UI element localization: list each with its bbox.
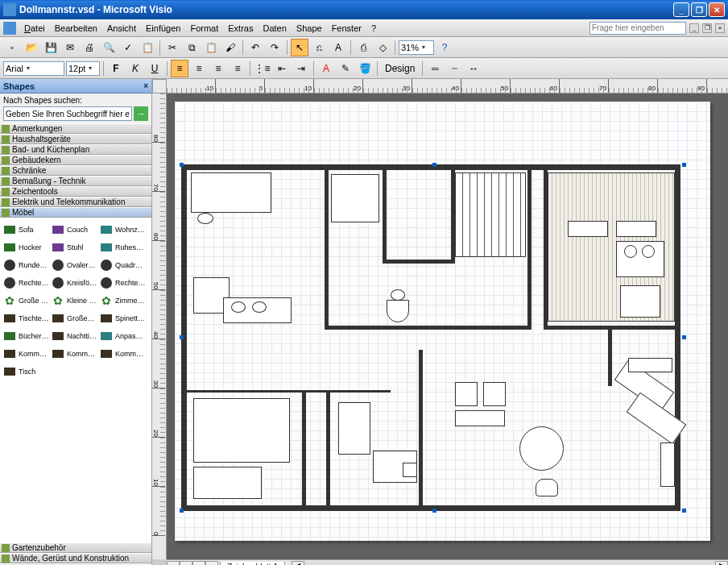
selection-handle[interactable] (682, 163, 686, 167)
shape-item[interactable]: Wohnzim... (98, 221, 147, 239)
shape-item[interactable]: Großes Klavier (50, 310, 98, 327)
monitor[interactable] (403, 463, 417, 477)
wall[interactable] (325, 326, 469, 330)
dresser[interactable] (193, 467, 262, 499)
open-button[interactable]: 📂 (23, 39, 40, 56)
indent-inc-button[interactable]: ⇥ (292, 60, 310, 77)
stencil-bar[interactable]: Haushaltsgeräte (0, 134, 151, 144)
basin[interactable] (252, 301, 267, 313)
wall[interactable] (326, 390, 330, 507)
menu-datei[interactable]: Datei (19, 22, 50, 35)
shape-item[interactable]: Tisch (2, 363, 50, 380)
shape-item[interactable]: Rechteck. Esstisch (2, 274, 50, 292)
menu-daten[interactable]: Daten (258, 22, 291, 35)
round-table[interactable] (519, 426, 564, 471)
horizontal-scrollbar[interactable]: ◀ ▶ (292, 561, 728, 566)
bullets-button[interactable]: ⋮≡ (254, 60, 271, 77)
copy-button[interactable]: ⧉ (183, 39, 201, 56)
shape-item[interactable]: Anpassb. Bett (98, 327, 147, 345)
save-button[interactable]: 💾 (42, 39, 60, 56)
align-center-button[interactable]: ≡ (190, 60, 208, 77)
stamp-button[interactable]: ⎙ (354, 39, 372, 56)
shapes-panel-close-button[interactable]: × (143, 81, 148, 90)
stencil-bar[interactable]: Schränke (0, 165, 151, 176)
wall[interactable] (383, 168, 387, 261)
shape-item[interactable]: Kommode (2, 345, 50, 363)
wall[interactable] (330, 390, 391, 393)
sink-bowl[interactable] (624, 245, 637, 258)
underline-button[interactable]: U (146, 60, 163, 77)
stove[interactable] (620, 285, 660, 318)
doc-minimize-button[interactable]: _ (689, 23, 699, 33)
shape-item[interactable]: Kommode 3 Schubl. (98, 345, 147, 363)
floor-plan[interactable] (181, 164, 680, 511)
line-color-button[interactable]: ✎ (337, 60, 354, 77)
wall[interactable] (383, 260, 455, 264)
spellcheck-button[interactable]: ✓ (119, 39, 137, 56)
shape-item[interactable]: Ovaler Esstisch (50, 256, 98, 274)
shape-item[interactable]: Couch (50, 221, 98, 239)
wall[interactable] (419, 350, 423, 507)
shape-item[interactable]: Hocker (2, 239, 50, 256)
bold-button[interactable]: F (107, 60, 125, 77)
font-color-button[interactable]: A (317, 60, 335, 77)
selection-handle[interactable] (432, 163, 436, 167)
menu-format[interactable]: Format (185, 22, 223, 35)
shape-item[interactable]: Runder Esstisch (2, 256, 50, 274)
doc-close-button[interactable]: × (715, 23, 725, 33)
shapes-search-go-button[interactable]: → (134, 106, 148, 121)
stencil-bar[interactable]: Gartenzubehör (0, 542, 151, 553)
menu-einfugen[interactable]: Einfügen (141, 22, 185, 35)
line-pattern-button[interactable]: ┈ (445, 60, 463, 77)
toilet[interactable] (391, 289, 405, 301)
selection-handle[interactable] (432, 509, 436, 513)
fill-color-button[interactable]: 🪣 (356, 60, 374, 77)
text-tool-button[interactable]: A (329, 39, 347, 56)
connector-tool-button[interactable]: ⎌ (310, 39, 328, 56)
basin[interactable] (231, 301, 246, 313)
shape-item[interactable]: Sofa (2, 221, 50, 239)
scroll-left-button[interactable]: ◀ (292, 561, 304, 566)
shapes-search-input[interactable] (3, 106, 132, 121)
shapes-button[interactable]: ◇ (374, 39, 391, 56)
font-combo[interactable]: Arial▾ (3, 61, 64, 76)
align-left-button[interactable]: ≡ (171, 60, 188, 77)
tab-last-button[interactable]: ⏭ (205, 561, 218, 566)
wall[interactable] (527, 168, 532, 330)
armchair[interactable] (483, 382, 506, 406)
shower[interactable] (331, 174, 379, 222)
wall[interactable] (187, 390, 306, 393)
stencil-bar[interactable]: Zeichentools (0, 186, 151, 197)
menu-shape[interactable]: Shape (292, 22, 327, 35)
shape-item[interactable]: Kreisförmi Tisch (50, 274, 98, 292)
print-preview-button[interactable]: 🔍 (100, 39, 118, 56)
research-button[interactable]: 📋 (139, 39, 156, 56)
mail-button[interactable]: ✉ (61, 39, 79, 56)
menu-help[interactable]: ? (366, 22, 381, 35)
line-ends-button[interactable]: ↔ (465, 60, 482, 77)
shape-item[interactable]: ✿Zimmerpfl... (98, 292, 147, 310)
pointer-tool-button[interactable]: ↖ (291, 39, 308, 56)
stencil-bar[interactable]: Wände, Gerüst und Konstruktion (0, 553, 151, 563)
shape-item[interactable]: Büchersc... (2, 327, 50, 345)
selection-handle[interactable] (180, 509, 184, 513)
appliance[interactable] (338, 402, 370, 455)
shape-item[interactable]: Stuhl (50, 239, 98, 256)
shape-item[interactable]: Ruhesessel (98, 239, 147, 256)
tab-prev-button[interactable]: ◀ (180, 561, 192, 566)
shape-item[interactable]: Spinett-... (98, 310, 147, 327)
chair[interactable] (536, 479, 558, 496)
selection-handle[interactable] (180, 335, 184, 339)
tab-first-button[interactable]: ⏮ (167, 561, 180, 566)
cut-button[interactable]: ✂ (163, 39, 181, 56)
shape-item[interactable]: Tischtenni... (2, 310, 50, 327)
print-button[interactable]: 🖨 (81, 39, 98, 56)
canvas-viewport[interactable] (167, 93, 728, 559)
shape-item[interactable]: Kommode 2 Schubl. (50, 345, 98, 363)
tab-next-button[interactable]: ▶ (192, 561, 205, 566)
doc-restore-button[interactable]: ❐ (702, 23, 712, 33)
wall[interactable] (451, 326, 532, 330)
shape-item[interactable]: ✿Kleine Pflanze (50, 292, 98, 310)
menu-extras[interactable]: Extras (223, 22, 258, 35)
line-weight-button[interactable]: ═ (426, 60, 444, 77)
